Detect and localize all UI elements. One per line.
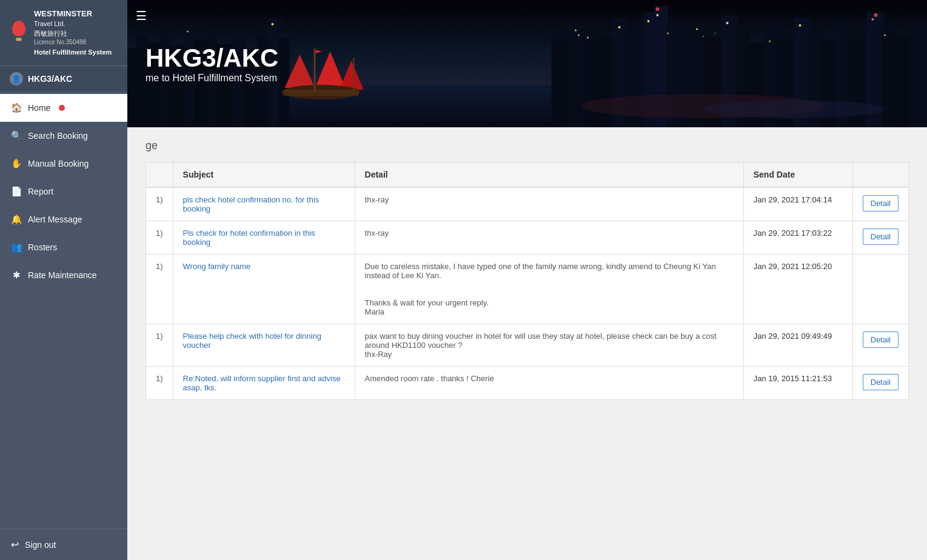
banner-heading: HKG3/AKC — [146, 44, 278, 73]
table-row: 1) Wrong family name Due to careless mis… — [146, 255, 909, 324]
col-header-subject: Subject — [173, 162, 355, 188]
balloon-icon — [10, 21, 28, 45]
row-date: Jan 29, 2021 17:03:22 — [743, 221, 852, 255]
svg-rect-65 — [314, 48, 316, 92]
svg-point-70 — [703, 36, 704, 37]
sidebar: WESTMINSTER Travel Ltd. 西敏旅行社 Licence No… — [0, 0, 127, 560]
col-header-send-date: Send Date — [743, 162, 852, 188]
row-id: 1) — [146, 367, 173, 400]
row-date: Jan 29, 2021 17:04:14 — [743, 187, 852, 221]
nav-items: 🏠 Home 🔍 Search Booking ✋ Manual Booking… — [0, 92, 127, 528]
svg-rect-16 — [552, 33, 573, 127]
sidebar-item-home[interactable]: 🏠 Home — [0, 94, 127, 122]
table-row: 1) Pls check for hotel confirmation in t… — [146, 221, 909, 255]
detail-button[interactable]: Detail — [863, 374, 899, 390]
svg-point-54 — [884, 35, 886, 36]
system-name: Hotel Fulfillment System — [34, 48, 112, 57]
hand-icon: ✋ — [11, 158, 22, 169]
row-subject: Pls check for hotel confirmation in this… — [173, 221, 355, 255]
svg-point-42 — [575, 30, 577, 32]
svg-point-51 — [769, 41, 771, 42]
row-detail: pax want to buy dining voucher in hotel … — [355, 324, 743, 367]
svg-rect-41 — [909, 24, 928, 127]
svg-point-47 — [657, 14, 659, 16]
signout-icon: ↩ — [11, 539, 19, 550]
user-name: HKG3/AKC — [28, 74, 72, 84]
svg-point-44 — [587, 37, 589, 39]
detail-button[interactable]: Detail — [863, 332, 899, 348]
row-id: 1) — [146, 255, 173, 324]
row-date: Jan 29, 2021 12:05:20 — [743, 255, 852, 324]
content-area: ge Subject Detail Send Date 1) pls check… — [127, 127, 927, 560]
svg-point-52 — [799, 24, 802, 27]
detail-button[interactable]: Detail — [863, 195, 899, 212]
row-action — [852, 255, 908, 324]
sidebar-item-label: Report — [28, 187, 53, 196]
page-subtitle: ge — [146, 139, 909, 152]
svg-point-46 — [648, 20, 650, 22]
col-header-action — [852, 162, 908, 188]
company-name: WESTMINSTER — [34, 8, 112, 19]
svg-point-59 — [874, 13, 878, 17]
home-badge — [59, 105, 65, 111]
banner-title-section: HKG3/AKC me to Hotel Fulfillment System — [127, 32, 296, 96]
sidebar-item-manual-booking[interactable]: ✋ Manual Booking — [0, 150, 127, 178]
svg-point-45 — [618, 26, 621, 28]
licence: Licence No.350488 — [34, 38, 112, 47]
chinese-name: 西敏旅行社 — [34, 29, 112, 38]
signout-label: Sign out — [25, 540, 56, 550]
svg-point-43 — [578, 35, 580, 36]
svg-rect-66 — [353, 58, 355, 91]
svg-rect-17 — [570, 21, 587, 127]
row-id: 1) — [146, 221, 173, 255]
home-icon: 🏠 — [11, 102, 22, 113]
hamburger-button[interactable]: ☰ — [136, 8, 147, 23]
sidebar-item-report[interactable]: 📄 Report — [0, 178, 127, 205]
row-action: Detail — [852, 324, 908, 367]
col-header-id — [146, 162, 173, 188]
row-detail: thx-ray — [355, 187, 743, 221]
sidebar-item-label: Rate Maintenance — [28, 270, 97, 280]
sidebar-item-rate-maintenance[interactable]: ✱ Rate Maintenance — [0, 261, 127, 289]
row-date: Jan 19, 2015 11:21:53 — [743, 367, 852, 400]
row-id: 1) — [146, 324, 173, 367]
svg-rect-18 — [585, 27, 598, 127]
messages-table: Subject Detail Send Date 1) pls check ho… — [146, 162, 909, 400]
svg-point-58 — [656, 7, 660, 11]
rosters-icon: 👥 — [11, 242, 22, 253]
row-subject: Please help check with hotel for dinning… — [173, 324, 355, 367]
sidebar-item-label: Home — [28, 103, 50, 113]
row-subject: Wrong family name — [173, 255, 355, 324]
svg-point-48 — [667, 33, 669, 35]
row-detail: Amended room rate . thanks ! Cherie — [355, 367, 743, 400]
detail-button[interactable]: Detail — [863, 228, 899, 245]
row-detail: Due to careless mistake, I have typed on… — [355, 255, 743, 324]
banner: ☰ HKG3/AKC me to Hotel Fulfillment Syste… — [127, 0, 927, 127]
row-action: Detail — [852, 367, 908, 400]
row-action: Detail — [852, 187, 908, 221]
svg-point-49 — [696, 28, 698, 30]
user-section: 👤 HKG3/AKC — [0, 65, 127, 92]
svg-point-69 — [703, 100, 885, 118]
logo-section: WESTMINSTER Travel Ltd. 西敏旅行社 Licence No… — [0, 0, 127, 65]
user-avatar: 👤 — [10, 72, 23, 85]
sidebar-item-label: Rosters — [28, 242, 57, 252]
sidebar-item-alert-message[interactable]: 🔔 Alert Message — [0, 205, 127, 233]
bell-icon: 🔔 — [11, 214, 22, 225]
row-id: 1) — [146, 187, 173, 221]
col-header-detail: Detail — [355, 162, 743, 188]
row-date: Jan 29, 2021 09:49:49 — [743, 324, 852, 367]
company-name2: Travel Ltd. — [34, 19, 112, 28]
sidebar-item-label: Alert Message — [28, 215, 82, 224]
table-row: 1) Re:Noted, will inform supplier first … — [146, 367, 909, 400]
svg-point-50 — [726, 22, 729, 24]
sidebar-item-label: Manual Booking — [28, 159, 89, 168]
table-row: 1) Please help check with hotel for dinn… — [146, 324, 909, 367]
main-content: ☰ HKG3/AKC me to Hotel Fulfillment Syste… — [127, 0, 927, 560]
svg-point-71 — [715, 33, 716, 34]
row-action: Detail — [852, 221, 908, 255]
sidebar-item-rosters[interactable]: 👥 Rosters — [0, 233, 127, 261]
signout-button[interactable]: ↩ Sign out — [0, 528, 127, 560]
report-icon: 📄 — [11, 186, 22, 197]
sidebar-item-search-booking[interactable]: 🔍 Search Booking — [0, 122, 127, 150]
